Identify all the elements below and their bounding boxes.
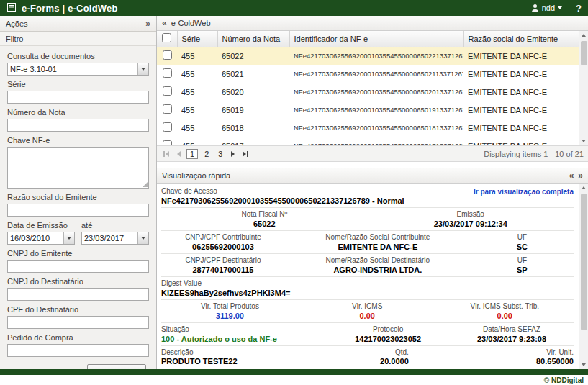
- cnpj-destinatario-input[interactable]: [7, 288, 149, 301]
- preview-scrollbar[interactable]: [579, 184, 588, 369]
- grid-panel-header: « e-ColdWeb: [157, 16, 588, 31]
- table-row[interactable]: 455 65017 NFe421703062556920001035545500…: [157, 137, 579, 146]
- cell-identificador: NFe4217030625569200010355455000065021133…: [289, 65, 463, 83]
- nome-destinatario-label: Nome/Razão Social Destinatário: [285, 256, 471, 265]
- nota-fiscal-label: Nota Fiscal Nº: [161, 210, 368, 219]
- row-checkbox[interactable]: [163, 140, 172, 146]
- cell-serie: 455: [177, 137, 217, 146]
- search-button[interactable]: Pesquisar: [87, 364, 146, 369]
- prev-document-icon[interactable]: «: [569, 171, 574, 181]
- app-title: e-Forms | e-ColdWeb: [22, 3, 118, 14]
- column-header-numero[interactable]: Número da Nota: [217, 31, 289, 47]
- next-document-icon[interactable]: »: [578, 171, 583, 181]
- consulta-label: Consulta de documentos: [7, 52, 149, 61]
- grid-panel-title: e-ColdWeb: [171, 19, 211, 27]
- table-row[interactable]: 455 65018 NFe421703062556920001035545500…: [157, 119, 579, 137]
- cell-identificador: NFe4217030625569200010355455000065017133…: [289, 137, 463, 146]
- pagination-status: Displaying items 1 - 10 of 21: [484, 150, 584, 158]
- search-button-row: Pesquisar: [7, 357, 149, 369]
- user-icon: [531, 4, 539, 12]
- cnpj-emitente-input[interactable]: [7, 260, 149, 273]
- cell-serie: 455: [177, 47, 217, 65]
- chevron-down-icon: [63, 232, 74, 244]
- prev-page-button[interactable]: [175, 151, 183, 157]
- cell-numero: 65020: [217, 83, 289, 101]
- collapse-panel-icon[interactable]: «: [162, 18, 167, 28]
- column-header-serie[interactable]: Série: [177, 31, 217, 47]
- cpf-destinatario-input[interactable]: [7, 316, 149, 329]
- sefaz-value: 23/03/2017 9:23:08: [450, 334, 574, 345]
- numero-nota-input[interactable]: [7, 119, 149, 132]
- actions-title: Ações: [6, 19, 28, 28]
- vlr-unit-header: Vlr. Unit.: [409, 348, 574, 357]
- scroll-up-icon[interactable]: [579, 31, 588, 40]
- scrollbar-thumb[interactable]: [581, 41, 587, 65]
- sidebar-collapse-icon[interactable]: »: [145, 19, 150, 29]
- row-checkbox[interactable]: [163, 104, 172, 114]
- chevron-down-icon: [558, 6, 562, 9]
- full-view-link[interactable]: Ir para visualização completa: [474, 188, 574, 196]
- uf-destinatario-value: SP: [471, 265, 574, 276]
- documents-grid: Série Número da Nota Identificador da NF…: [157, 31, 588, 146]
- row-checkbox[interactable]: [163, 86, 172, 96]
- page-1-button[interactable]: 1: [186, 149, 198, 159]
- chave-nfe-textarea[interactable]: [7, 147, 149, 189]
- topbar: e-Forms | e-ColdWeb ndd ?: [0, 0, 588, 16]
- preview-content: Chave de Acesso Ir para visualização com…: [157, 184, 588, 369]
- page-3-button[interactable]: 3: [215, 149, 225, 159]
- scroll-down-icon[interactable]: [579, 137, 588, 145]
- scroll-down-icon[interactable]: [579, 361, 588, 369]
- product-qtd: 20.0000: [326, 368, 409, 369]
- page-2-button[interactable]: 2: [202, 149, 212, 159]
- situacao-value: 100 - Autorizado o uso da NF-e: [161, 334, 326, 345]
- date-to-value: 23/03/2017: [82, 234, 137, 243]
- last-page-button[interactable]: [240, 151, 250, 157]
- vlr-total-label: Vlr. Total Produtos: [161, 302, 299, 311]
- chevron-down-icon: [137, 63, 148, 75]
- table-row[interactable]: 455 65021 NFe421703062556920001035545500…: [157, 65, 579, 83]
- copyright-strip: © NDDigital: [0, 375, 588, 385]
- main-content: « e-ColdWeb Série Número da Nota Identif…: [157, 16, 588, 369]
- row-checkbox[interactable]: [163, 50, 172, 60]
- user-name: ndd: [542, 4, 555, 12]
- preview-body: Chave de Acesso Ir para visualização com…: [157, 184, 588, 369]
- document-type-select[interactable]: NF-e 3.10-01: [7, 63, 149, 76]
- column-header-razao[interactable]: Razão social do Emitente: [463, 31, 579, 47]
- next-page-button[interactable]: [229, 151, 237, 157]
- cell-razao: EMITENTE DA NFC-E: [463, 47, 579, 65]
- emissao-label: Emissão: [368, 210, 574, 219]
- sefaz-label: Data/Hora SEFAZ: [450, 325, 574, 334]
- chave-acesso-label: Chave de Acesso: [161, 187, 217, 196]
- table-row[interactable]: 455 65020 NFe421703062556920001035545500…: [157, 83, 579, 101]
- scrollbar-thumb[interactable]: [581, 194, 587, 330]
- select-all-checkbox[interactable]: [162, 33, 171, 42]
- actions-header: Ações »: [0, 16, 156, 32]
- pedido-compra-input[interactable]: [7, 344, 149, 357]
- row-checkbox[interactable]: [163, 68, 172, 78]
- cell-razao: EMITENTE DA NFC-E: [463, 137, 579, 146]
- cell-razao: EMITENTE DA NFC-E: [463, 83, 579, 101]
- serie-input[interactable]: [7, 91, 149, 104]
- nome-destinatario-value: AGRO-INDSTRIA LTDA.: [285, 265, 471, 276]
- cell-identificador: NFe4217030625569200010355455000065018133…: [289, 119, 463, 137]
- table-row[interactable]: 455 65022 NFe421703062556920001035545500…: [157, 47, 579, 65]
- cell-razao: EMITENTE DA NFC-E: [463, 119, 579, 137]
- uf-destinatario-label: UF: [471, 256, 574, 265]
- grid-scrollbar[interactable]: [579, 31, 588, 145]
- qtd-header: Qtd.: [326, 348, 409, 357]
- cell-identificador: NFe4217030625569200010355455000065020133…: [289, 83, 463, 101]
- scroll-up-icon[interactable]: [579, 184, 588, 192]
- first-page-button[interactable]: [161, 151, 171, 157]
- row-checkbox[interactable]: [163, 122, 172, 132]
- user-menu[interactable]: ndd: [531, 4, 562, 12]
- main-layout: Ações » Filtro Consulta de documentos NF…: [0, 16, 588, 369]
- cell-numero: 65021: [217, 65, 289, 83]
- uf-contribuinte-label: UF: [471, 233, 574, 242]
- help-button[interactable]: ?: [576, 3, 582, 14]
- date-from-select[interactable]: 16/03/2010: [7, 232, 75, 245]
- razao-social-input[interactable]: [7, 204, 149, 217]
- cnpj-destinatario-label: CNPJ do Destinatário: [7, 277, 149, 286]
- date-to-select[interactable]: 23/03/2017: [81, 232, 149, 245]
- column-header-identificador[interactable]: Identificador da NF-e: [289, 31, 463, 47]
- table-row[interactable]: 455 65019 NFe421703062556920001035545500…: [157, 101, 579, 119]
